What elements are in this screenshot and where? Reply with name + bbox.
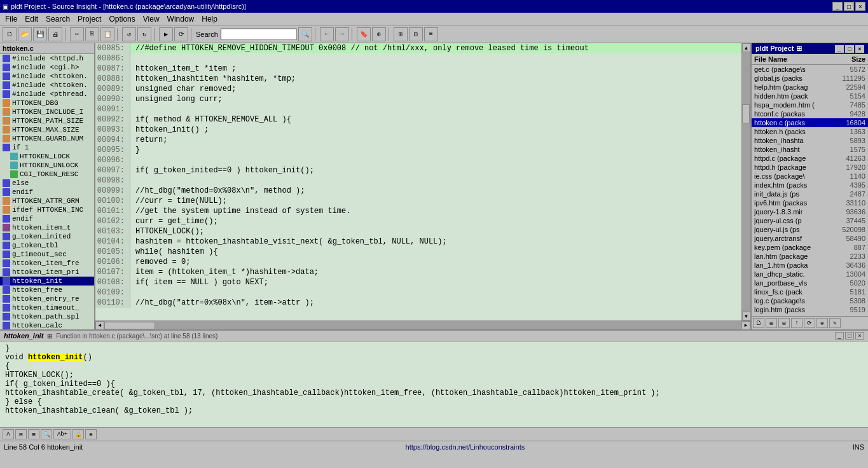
sym-item-7[interactable]: HTTOKEN_PATH_SIZE bbox=[0, 116, 94, 125]
file-item-16[interactable]: jquery-1.8.3.mir93636 bbox=[752, 207, 868, 216]
sym-item-3[interactable]: #include <httoken. bbox=[0, 81, 94, 90]
bt-btn-4[interactable]: 🔍 bbox=[41, 429, 52, 439]
file-item-4[interactable]: hspa_modem.htm (7485 bbox=[752, 100, 868, 109]
sym-item-22[interactable]: g_timeout_sec bbox=[0, 250, 94, 259]
sym-item-26[interactable]: httoken_free bbox=[0, 286, 94, 294]
scroll-up[interactable]: ▲ bbox=[742, 43, 751, 52]
code-line-25[interactable]: 00110: //ht_dbg("attr=0x%08x\n", item->a… bbox=[95, 298, 741, 308]
code-line-0[interactable]: 00085://#define HTTOKEN_REMOVE_HIDDEN_TI… bbox=[95, 43, 741, 53]
col-filename[interactable]: File Name bbox=[752, 55, 839, 64]
code-line-22[interactable]: 00107: item = (httoken_item_t *)hashitem… bbox=[95, 267, 741, 277]
file-item-7[interactable]: httoken.h (packs1363 bbox=[752, 127, 868, 136]
sym-item-12[interactable]: HTTOKEN_UNLOCK bbox=[0, 161, 94, 170]
code-line-13[interactable]: 00098: bbox=[95, 176, 741, 186]
code-line-20[interactable]: 00105: while( hashitem ){ bbox=[95, 247, 741, 257]
sym-item-13[interactable]: CGI_TOKEN_RESC bbox=[0, 170, 94, 179]
file-item-27[interactable]: login.htm (packs9519 bbox=[752, 305, 868, 314]
open-button[interactable]: 📂 bbox=[18, 27, 32, 41]
file-item-14[interactable]: init_data.js (ps2487 bbox=[752, 189, 868, 198]
sym-item-16[interactable]: HTTOKEN_ATTR_GRM bbox=[0, 196, 94, 205]
scroll-thumb[interactable] bbox=[742, 104, 750, 123]
undo-button[interactable]: ↺ bbox=[122, 27, 136, 41]
file-item-9[interactable]: httoken_ihasht1575 bbox=[752, 145, 868, 154]
sym-item-11[interactable]: HTTOKEN_LOCK bbox=[0, 152, 94, 161]
sym-item-10[interactable]: if 1 bbox=[0, 143, 94, 152]
save-button[interactable]: 💾 bbox=[33, 27, 47, 41]
forward-button[interactable]: → bbox=[335, 27, 349, 41]
file-item-23[interactable]: lan_dhcp_static.13004 bbox=[752, 270, 868, 279]
sym-item-24[interactable]: httoken_item_pri bbox=[0, 268, 94, 277]
file-item-20[interactable]: key.pem (package887 bbox=[752, 243, 868, 252]
print-button[interactable]: 🖨 bbox=[48, 27, 62, 41]
file-item-2[interactable]: help.htm (packag22594 bbox=[752, 83, 868, 92]
rp-restore[interactable]: □ bbox=[845, 45, 854, 53]
file-item-5[interactable]: htconf.c (packas9428 bbox=[752, 109, 868, 118]
right-panel-controls[interactable]: _ □ × bbox=[835, 45, 864, 53]
code-editor[interactable]: 00085://#define HTTOKEN_REMOVE_HIDDEN_TI… bbox=[95, 43, 741, 320]
goto-button[interactable]: ⊕ bbox=[372, 27, 386, 41]
search-input[interactable] bbox=[221, 29, 297, 40]
file-item-1[interactable]: global.js (packs111295 bbox=[752, 74, 868, 83]
sym-item-29[interactable]: httoken_path_spl bbox=[0, 312, 94, 321]
code-line-24[interactable]: 00109: bbox=[95, 287, 741, 298]
minimize-button[interactable]: _ bbox=[832, 2, 843, 11]
rp-btn-7[interactable]: ✎ bbox=[829, 318, 841, 328]
bt-btn-5[interactable]: Ab+ bbox=[53, 429, 71, 439]
sym-item-30[interactable]: httoken_calc bbox=[0, 321, 94, 329]
copy-button[interactable]: ⎘ bbox=[85, 27, 99, 41]
sym-item-5[interactable]: HTTOKEN_DBG bbox=[0, 99, 94, 107]
sym-item-1[interactable]: #include <cgi.h> bbox=[0, 63, 94, 72]
menu-project[interactable]: Project bbox=[74, 13, 105, 25]
code-line-12[interactable]: 00097: if( g_token_inited==0 ) httoken_i… bbox=[95, 165, 741, 176]
menu-edit[interactable]: Edit bbox=[21, 13, 42, 25]
file-item-3[interactable]: hidden.htm (pack5154 bbox=[752, 92, 868, 100]
code-line-7[interactable]: 00092: if( method & HTTOKEN_REMOVE_ALL )… bbox=[95, 114, 741, 125]
h-scroll-track[interactable] bbox=[104, 321, 741, 330]
bt-btn-2[interactable]: ⊟ bbox=[15, 429, 27, 439]
file-item-6[interactable]: httoken.c (packs16804 bbox=[752, 118, 868, 127]
menu-search[interactable]: Search bbox=[42, 13, 74, 25]
file-item-11[interactable]: httpd.h (package17920 bbox=[752, 163, 868, 172]
bt-btn-7[interactable]: ⊕ bbox=[85, 429, 97, 439]
bt-btn-3[interactable]: ⊞ bbox=[28, 429, 39, 439]
menu-file[interactable]: File bbox=[1, 13, 21, 25]
file-item-25[interactable]: linux_fs.c (pack5181 bbox=[752, 287, 868, 296]
bottom-minimize[interactable]: _ bbox=[835, 332, 844, 340]
sym-item-23[interactable]: httoken_item_fre bbox=[0, 259, 94, 268]
maximize-button[interactable]: □ bbox=[844, 2, 854, 11]
titlebar-controls[interactable]: _ □ × bbox=[832, 2, 865, 11]
rp-minimize[interactable]: _ bbox=[835, 45, 844, 53]
scroll-down[interactable]: ▼ bbox=[742, 312, 751, 320]
sym-item-8[interactable]: HTTOKEN_MAX_SIZE bbox=[0, 125, 94, 134]
code-line-18[interactable]: 00103: HTTOKEN_LOCK(); bbox=[95, 226, 741, 237]
code-line-16[interactable]: 00101: //get the system uptime instead o… bbox=[95, 206, 741, 216]
sym-item-20[interactable]: g_token_inited bbox=[0, 232, 94, 241]
code-line-15[interactable]: 00100: //curr = time(NULL); bbox=[95, 196, 741, 206]
code-line-1[interactable]: 00086: bbox=[95, 53, 741, 64]
sym-item-28[interactable]: httoken_timeout_ bbox=[0, 303, 94, 312]
code-line-14[interactable]: 00099: //ht_dbg("method=0x%08x\n", metho… bbox=[95, 186, 741, 196]
rp-btn-5[interactable]: ⟳ bbox=[804, 318, 815, 328]
code-line-17[interactable]: 00102: curr = get_time(); bbox=[95, 216, 741, 226]
col-size[interactable]: Size bbox=[839, 55, 868, 64]
sym-item-6[interactable]: HTTOKEN_INCLUDE_I bbox=[0, 107, 94, 116]
menu-window[interactable]: Window bbox=[163, 13, 198, 25]
file-item-8[interactable]: httoken_ihashta5893 bbox=[752, 136, 868, 145]
code-line-21[interactable]: 00106: removed = 0; bbox=[95, 257, 741, 267]
sym-item-27[interactable]: httoken_entry_re bbox=[0, 294, 94, 303]
sym-item-15[interactable]: endif bbox=[0, 188, 94, 196]
sym-item-4[interactable]: #include <pthread. bbox=[0, 90, 94, 99]
file-item-22[interactable]: lan_1.htm (packa36436 bbox=[752, 261, 868, 270]
file-item-18[interactable]: jquery-ui.js (ps520098 bbox=[752, 225, 868, 234]
sym-item-14[interactable]: else bbox=[0, 179, 94, 188]
bottom-controls[interactable]: _ □ × bbox=[835, 332, 864, 340]
scroll-left[interactable]: ◄ bbox=[95, 321, 104, 330]
new-button[interactable]: 🗋 bbox=[3, 27, 17, 41]
file-item-0[interactable]: get.c (package\s5572 bbox=[752, 65, 868, 74]
code-line-2[interactable]: 00087: httoken_item_t *item ; bbox=[95, 64, 741, 74]
sym-item-17[interactable]: ifdef HTTOKEN_INC bbox=[0, 205, 94, 214]
menu-help[interactable]: Help bbox=[198, 13, 221, 25]
code-line-10[interactable]: 00095: } bbox=[95, 145, 741, 155]
file-item-24[interactable]: lan_portbase_vls5020 bbox=[752, 279, 868, 287]
cut-button[interactable]: ✂ bbox=[70, 27, 84, 41]
